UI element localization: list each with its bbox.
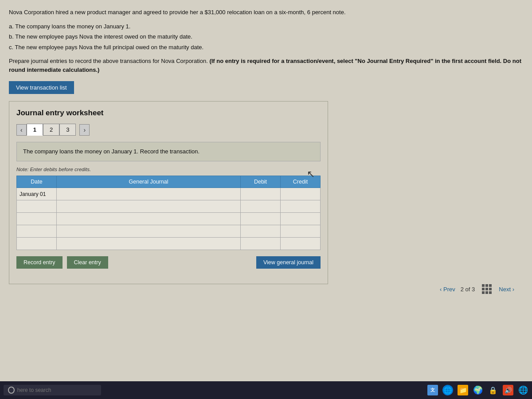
action-buttons-row: Record entry Clear entry View general jo… [16, 256, 321, 269]
bullet-points: a. The company loans the money on Januar… [9, 22, 523, 52]
row1-date: January 01 [17, 188, 57, 200]
row1-journal[interactable] [57, 188, 241, 200]
row5-debit[interactable] [241, 238, 281, 250]
tab-prev-arrow[interactable]: ‹ [16, 124, 27, 136]
row2-journal[interactable] [57, 200, 241, 213]
left-buttons: Record entry Clear entry [16, 256, 108, 269]
tab-navigation: ‹ 1 2 3 › [16, 124, 321, 136]
bullet-a: a. The company loans the money on Januar… [9, 22, 523, 31]
row3-journal[interactable] [57, 213, 241, 225]
clear-entry-button[interactable]: Clear entry [67, 256, 108, 269]
row4-date[interactable] [17, 225, 57, 238]
tab-3[interactable]: 3 [59, 124, 76, 136]
row2-journal-input[interactable] [57, 200, 240, 212]
row2-credit[interactable] [281, 200, 321, 213]
next-chevron-icon: › [512, 286, 514, 293]
record-entry-button[interactable]: Record entry [16, 256, 63, 269]
prev-chevron-icon: ‹ [440, 286, 442, 293]
table-row: January 01 [17, 188, 321, 200]
bullet-b: b. The new employee pays Nova the intere… [9, 32, 523, 41]
header-debit: Debit [241, 176, 281, 188]
row5-debit-input[interactable] [241, 238, 280, 250]
tab-next-arrow[interactable]: › [79, 124, 90, 136]
row5-credit[interactable] [281, 238, 321, 250]
row3-date-input[interactable] [17, 213, 56, 225]
note-text: Note: Enter debits before credits. [16, 167, 321, 172]
row4-debit[interactable] [241, 225, 281, 238]
search-icon [8, 387, 15, 394]
main-content: Nova Corporation hired a new product man… [0, 0, 532, 381]
taskbar: 文 🌐 📁 🌍 🔒 🔊 🌐 [0, 381, 532, 399]
row2-date-input[interactable] [17, 200, 56, 212]
row4-credit[interactable] [281, 225, 321, 238]
row1-debit-input[interactable] [241, 188, 280, 200]
view-transaction-button[interactable]: View transaction list [9, 81, 74, 94]
taskbar-icon-edge[interactable]: 🌐 [442, 385, 453, 395]
taskbar-icon-chrome[interactable]: 🌐 [518, 385, 528, 395]
row4-journal[interactable] [57, 225, 241, 238]
taskbar-search-input[interactable] [17, 387, 97, 393]
taskbar-search[interactable] [4, 385, 101, 395]
row3-journal-input[interactable] [57, 213, 240, 225]
row3-credit-input[interactable] [281, 213, 320, 225]
grid-pages-icon [480, 284, 493, 294]
row3-date[interactable] [17, 213, 57, 225]
row2-credit-input[interactable] [281, 200, 320, 212]
row2-debit[interactable] [241, 200, 281, 213]
row1-debit[interactable] [241, 188, 281, 200]
view-general-journal-button[interactable]: View general journal [256, 256, 321, 269]
row5-date-input[interactable] [17, 238, 56, 250]
problem-intro: Nova Corporation hired a new product man… [9, 8, 523, 17]
row2-date[interactable] [17, 200, 57, 213]
header-date: Date [17, 176, 57, 188]
row3-debit-input[interactable] [241, 213, 280, 225]
problem-statement: Nova Corporation hired a new product man… [9, 8, 523, 17]
taskbar-icon-lock[interactable]: 🔒 [488, 385, 498, 395]
page-indicator: 2 of 3 [461, 286, 475, 293]
table-row [17, 225, 321, 238]
page-info: 2 of 3 [461, 286, 475, 293]
row3-debit[interactable] [241, 213, 281, 225]
tab-2[interactable]: 2 [43, 124, 59, 136]
transaction-description: The company loans the money on January 1… [16, 142, 321, 161]
taskbar-icon-file[interactable]: 📁 [458, 385, 468, 395]
instructions-text: Prepare journal entries to record the ab… [9, 58, 208, 64]
taskbar-icon-audio[interactable]: 🔊 [503, 385, 513, 395]
row5-credit-input[interactable] [281, 238, 320, 250]
prev-label: Prev [443, 286, 455, 293]
row4-date-input[interactable] [17, 225, 56, 237]
tab-1[interactable]: 1 [27, 124, 43, 136]
journal-table: Date General Journal Debit Credit Januar… [16, 176, 321, 250]
table-row [17, 200, 321, 213]
row2-debit-input[interactable] [241, 200, 280, 212]
row1-credit-input[interactable] [281, 188, 320, 200]
taskbar-icons: 文 🌐 📁 🌍 🔒 🔊 🌐 [427, 385, 528, 395]
row4-credit-input[interactable] [281, 225, 320, 237]
taskbar-icon-1[interactable]: 文 [427, 385, 438, 395]
worksheet-container: Journal entry worksheet ‹ 1 2 3 › The co… [9, 101, 328, 284]
row4-debit-input[interactable] [241, 225, 280, 237]
taskbar-icon-globe[interactable]: 🌍 [473, 385, 483, 395]
prev-link[interactable]: ‹ Prev [440, 286, 455, 293]
row4-journal-input[interactable] [57, 225, 240, 237]
row1-journal-input[interactable] [57, 188, 240, 200]
row1-credit[interactable] [281, 188, 321, 200]
row5-journal[interactable] [57, 238, 241, 250]
row3-credit[interactable] [281, 213, 321, 225]
bullet-c: c. The new employee pays Nova the full p… [9, 43, 523, 52]
row5-date[interactable] [17, 238, 57, 250]
instructions: Prepare journal entries to record the ab… [9, 57, 523, 74]
row5-journal-input[interactable] [57, 238, 240, 250]
table-row [17, 238, 321, 250]
pagination-row: ‹ Prev 2 of 3 Next › [9, 284, 523, 294]
header-credit: Credit [281, 176, 321, 188]
next-link[interactable]: Next › [499, 286, 514, 293]
table-row [17, 213, 321, 225]
worksheet-title: Journal entry worksheet [16, 109, 321, 117]
next-label: Next [499, 286, 511, 293]
header-general-journal: General Journal [57, 176, 241, 188]
